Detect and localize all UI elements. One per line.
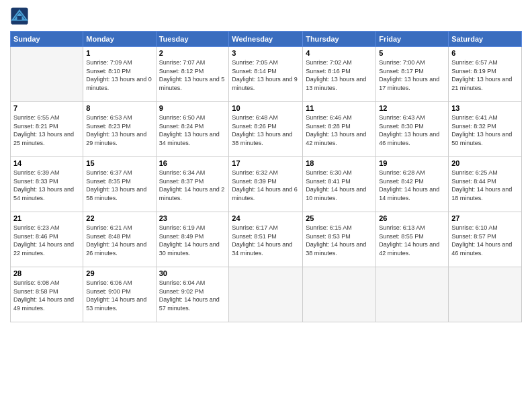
day-number: 24 [232,214,300,222]
calendar-cell: 17Sunrise: 6:32 AMSunset: 8:39 PMDayligh… [229,157,303,212]
day-info: Sunrise: 6:25 AMSunset: 8:44 PMDaylight:… [451,169,519,202]
day-info: Sunrise: 6:17 AMSunset: 8:51 PMDaylight:… [232,224,300,257]
day-info: Sunrise: 6:23 AMSunset: 8:46 PMDaylight:… [13,224,80,257]
calendar-cell: 2Sunrise: 7:07 AMSunset: 8:12 PMDaylight… [156,47,229,102]
day-number: 16 [159,159,226,167]
day-info: Sunrise: 6:46 AMSunset: 8:28 PMDaylight:… [306,113,373,147]
day-number: 10 [232,104,300,112]
day-header: Friday [376,32,449,47]
day-header: Monday [83,32,156,47]
calendar-cell: 29Sunrise: 6:06 AMSunset: 9:00 PMDayligh… [83,267,156,322]
calendar-cell [303,267,376,322]
day-info: Sunrise: 7:00 AMSunset: 8:17 PMDaylight:… [379,58,445,92]
day-info: Sunrise: 6:19 AMSunset: 8:49 PMDaylight:… [159,224,226,257]
day-info: Sunrise: 7:07 AMSunset: 8:12 PMDaylight:… [159,58,226,92]
day-info: Sunrise: 6:48 AMSunset: 8:26 PMDaylight:… [232,113,300,147]
day-info: Sunrise: 7:02 AMSunset: 8:16 PMDaylight:… [306,58,373,92]
day-number: 2 [159,49,226,57]
day-info: Sunrise: 6:50 AMSunset: 8:24 PMDaylight:… [159,113,226,147]
calendar-cell: 28Sunrise: 6:08 AMSunset: 8:58 PMDayligh… [11,267,83,322]
calendar-cell: 3Sunrise: 7:05 AMSunset: 8:14 PMDaylight… [229,47,303,102]
day-info: Sunrise: 6:06 AMSunset: 9:00 PMDaylight:… [86,279,152,312]
day-number: 14 [13,159,80,167]
calendar-cell: 23Sunrise: 6:19 AMSunset: 8:49 PMDayligh… [156,212,229,267]
day-info: Sunrise: 6:53 AMSunset: 8:23 PMDaylight:… [86,113,152,147]
day-info: Sunrise: 7:09 AMSunset: 8:10 PMDaylight:… [86,58,152,92]
day-number: 5 [379,49,445,57]
calendar-cell: 18Sunrise: 6:30 AMSunset: 8:41 PMDayligh… [303,157,376,212]
page: SundayMondayTuesdayWednesdayThursdayFrid… [0,0,532,411]
day-number: 30 [159,269,226,277]
day-header: Thursday [303,32,376,47]
day-header: Wednesday [229,32,303,47]
day-number: 3 [232,49,300,57]
calendar-cell: 16Sunrise: 6:34 AMSunset: 8:37 PMDayligh… [156,157,229,212]
day-number: 1 [86,49,152,57]
calendar-week-row: 28Sunrise: 6:08 AMSunset: 8:58 PMDayligh… [11,267,522,322]
day-number: 15 [86,159,152,167]
day-number: 28 [13,269,80,277]
day-header: Tuesday [156,32,229,47]
calendar-week-row: 21Sunrise: 6:23 AMSunset: 8:46 PMDayligh… [11,212,522,267]
day-header: Sunday [11,32,83,47]
day-info: Sunrise: 6:08 AMSunset: 8:58 PMDaylight:… [13,279,80,312]
day-info: Sunrise: 6:41 AMSunset: 8:32 PMDaylight:… [451,113,519,147]
calendar-cell: 22Sunrise: 6:21 AMSunset: 8:48 PMDayligh… [83,212,156,267]
calendar-cell: 10Sunrise: 6:48 AMSunset: 8:26 PMDayligh… [229,102,303,157]
calendar-cell: 27Sunrise: 6:10 AMSunset: 8:57 PMDayligh… [449,212,522,267]
day-number: 26 [379,214,445,222]
day-info: Sunrise: 6:34 AMSunset: 8:37 PMDaylight:… [159,169,226,202]
day-number: 23 [159,214,226,222]
day-number: 7 [13,104,80,112]
calendar-header-row: SundayMondayTuesdayWednesdayThursdayFrid… [11,32,522,47]
day-info: Sunrise: 6:57 AMSunset: 8:19 PMDaylight:… [451,58,519,92]
day-number: 9 [159,104,226,112]
day-number: 17 [232,159,300,167]
calendar-week-row: 7Sunrise: 6:55 AMSunset: 8:21 PMDaylight… [11,102,522,157]
day-number: 6 [451,49,519,57]
day-header: Saturday [449,32,522,47]
calendar-cell: 5Sunrise: 7:00 AMSunset: 8:17 PMDaylight… [376,47,449,102]
calendar-week-row: 1Sunrise: 7:09 AMSunset: 8:10 PMDaylight… [11,47,522,102]
calendar-cell [11,47,83,102]
day-number: 11 [306,104,373,112]
day-info: Sunrise: 6:30 AMSunset: 8:41 PMDaylight:… [306,169,373,202]
day-info: Sunrise: 6:15 AMSunset: 8:53 PMDaylight:… [306,224,373,257]
calendar: SundayMondayTuesdayWednesdayThursdayFrid… [10,31,522,322]
day-info: Sunrise: 6:39 AMSunset: 8:33 PMDaylight:… [13,169,80,202]
calendar-cell: 11Sunrise: 6:46 AMSunset: 8:28 PMDayligh… [303,102,376,157]
calendar-cell [376,267,449,322]
day-info: Sunrise: 7:05 AMSunset: 8:14 PMDaylight:… [232,58,300,92]
calendar-cell: 6Sunrise: 6:57 AMSunset: 8:19 PMDaylight… [449,47,522,102]
calendar-cell: 30Sunrise: 6:04 AMSunset: 9:02 PMDayligh… [156,267,229,322]
day-info: Sunrise: 6:28 AMSunset: 8:42 PMDaylight:… [379,169,445,202]
day-info: Sunrise: 6:55 AMSunset: 8:21 PMDaylight:… [13,113,80,147]
day-info: Sunrise: 6:37 AMSunset: 8:35 PMDaylight:… [86,169,152,202]
day-number: 22 [86,214,152,222]
svg-rect-3 [17,16,22,20]
calendar-cell: 19Sunrise: 6:28 AMSunset: 8:42 PMDayligh… [376,157,449,212]
day-number: 4 [306,49,373,57]
calendar-cell: 26Sunrise: 6:13 AMSunset: 8:55 PMDayligh… [376,212,449,267]
calendar-cell: 13Sunrise: 6:41 AMSunset: 8:32 PMDayligh… [449,102,522,157]
calendar-cell: 20Sunrise: 6:25 AMSunset: 8:44 PMDayligh… [449,157,522,212]
calendar-cell: 8Sunrise: 6:53 AMSunset: 8:23 PMDaylight… [83,102,156,157]
day-info: Sunrise: 6:43 AMSunset: 8:30 PMDaylight:… [379,113,445,147]
day-number: 13 [451,104,519,112]
calendar-cell: 21Sunrise: 6:23 AMSunset: 8:46 PMDayligh… [11,212,83,267]
calendar-cell [229,267,303,322]
calendar-cell: 15Sunrise: 6:37 AMSunset: 8:35 PMDayligh… [83,157,156,212]
calendar-cell: 25Sunrise: 6:15 AMSunset: 8:53 PMDayligh… [303,212,376,267]
day-number: 21 [13,214,80,222]
calendar-cell [449,267,522,322]
day-info: Sunrise: 6:32 AMSunset: 8:39 PMDaylight:… [232,169,300,202]
day-number: 19 [379,159,445,167]
calendar-week-row: 14Sunrise: 6:39 AMSunset: 8:33 PMDayligh… [11,157,522,212]
calendar-cell: 14Sunrise: 6:39 AMSunset: 8:33 PMDayligh… [11,157,83,212]
calendar-cell: 24Sunrise: 6:17 AMSunset: 8:51 PMDayligh… [229,212,303,267]
logo [10,7,30,26]
calendar-cell: 9Sunrise: 6:50 AMSunset: 8:24 PMDaylight… [156,102,229,157]
day-number: 20 [451,159,519,167]
day-number: 8 [86,104,152,112]
day-info: Sunrise: 6:04 AMSunset: 9:02 PMDaylight:… [159,279,226,312]
